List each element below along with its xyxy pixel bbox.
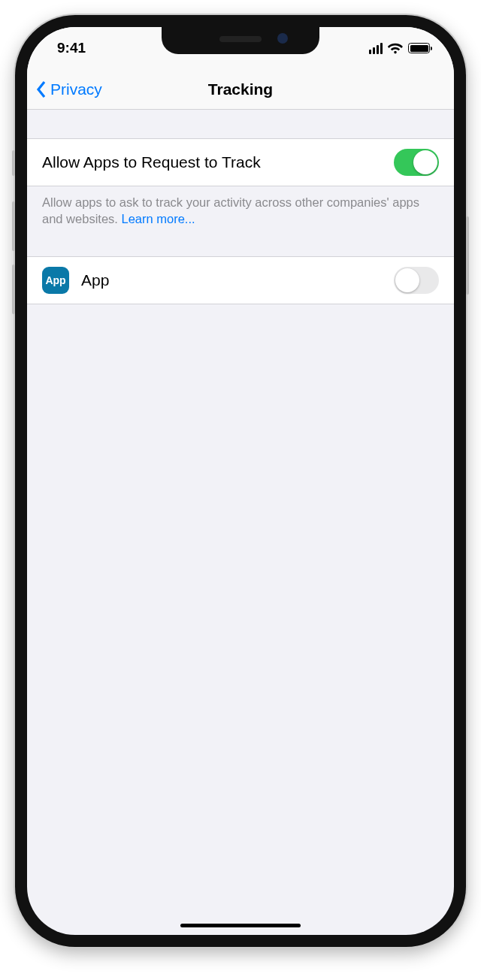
app-name: App (81, 271, 394, 289)
back-button[interactable]: Privacy (27, 80, 102, 98)
allow-apps-toggle[interactable] (394, 149, 439, 176)
allow-apps-label: Allow Apps to Request to Track (42, 153, 394, 171)
phone-frame: 9:41 Privacy Tracking (15, 15, 466, 947)
app-row: App App (27, 256, 454, 304)
status-icons (369, 43, 431, 54)
screen: 9:41 Privacy Tracking (27, 27, 454, 935)
status-time: 9:41 (57, 40, 86, 56)
allow-section: Allow Apps to Request to Track Allow app… (27, 138, 454, 228)
section-footer: Allow apps to ask to track your activity… (27, 186, 454, 228)
apps-section: App App (27, 256, 454, 304)
cellular-icon (369, 43, 383, 54)
page-title: Tracking (208, 80, 273, 98)
back-label: Privacy (50, 80, 102, 98)
volume-down-button (12, 265, 15, 314)
volume-up-button (12, 201, 15, 251)
app-tracking-toggle[interactable] (394, 267, 439, 294)
wifi-icon (388, 43, 403, 54)
side-button (466, 216, 469, 295)
notch (162, 27, 319, 54)
app-icon: App (42, 267, 69, 294)
battery-icon (408, 43, 430, 53)
home-indicator[interactable] (180, 924, 301, 927)
silent-switch (12, 150, 15, 176)
footer-text: Allow apps to ask to track your activity… (42, 195, 419, 225)
nav-bar: Privacy Tracking (27, 69, 454, 110)
chevron-left-icon (36, 80, 47, 98)
allow-apps-row: Allow Apps to Request to Track (27, 138, 454, 186)
learn-more-link[interactable]: Learn more... (121, 212, 195, 225)
